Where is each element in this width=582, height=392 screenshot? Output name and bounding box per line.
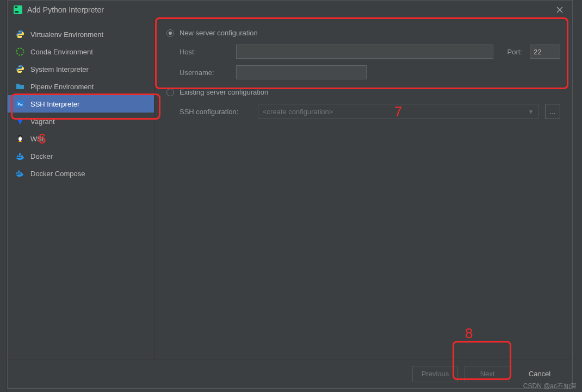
chevron-down-icon: ▼ — [528, 109, 534, 115]
existing-server-radio-row: Existing server configuration — [166, 88, 560, 96]
host-label: Host: — [179, 48, 228, 56]
sidebar-item-virtualenv[interactable]: Virtualenv Environment — [8, 26, 154, 43]
close-button[interactable] — [553, 3, 567, 17]
svg-point-12 — [21, 136, 22, 138]
sidebar-item-label: System Interpreter — [30, 65, 89, 73]
svg-rect-17 — [16, 172, 18, 174]
sidebar-item-docker-compose[interactable]: Docker Compose — [8, 165, 154, 182]
host-row: Host: Port: — [179, 45, 560, 59]
sidebar-item-conda[interactable]: Conda Environment — [8, 43, 154, 60]
sidebar-item-label: Pipenv Environment — [30, 83, 94, 91]
sidebar-item-label: WSL — [30, 135, 46, 143]
pycharm-icon — [13, 5, 23, 15]
sidebar-item-system[interactable]: System Interpreter — [8, 60, 154, 78]
svg-rect-13 — [17, 155, 18, 157]
sidebar-item-wsl[interactable]: WSL — [8, 130, 154, 147]
ide-left-gutter — [0, 0, 7, 392]
cancel-button-label: Cancel — [529, 370, 550, 378]
radio-existing-server-label[interactable]: Existing server configuration — [179, 88, 268, 96]
python-icon — [15, 64, 25, 74]
previous-button: Previous — [412, 366, 458, 382]
username-row: Username: — [179, 65, 560, 79]
sidebar-item-label: Conda Environment — [30, 48, 93, 56]
ssh-config-row: SSH configuration: <create configuration… — [179, 104, 560, 119]
docker-icon — [15, 151, 25, 161]
username-label: Username: — [179, 69, 228, 77]
linux-icon — [15, 134, 25, 144]
main-panel: New server configuration Host: Port: Use… — [154, 19, 572, 359]
dialog-title: Add Python Interpreter — [27, 5, 548, 14]
port-label: Port: — [507, 48, 522, 56]
sidebar: Virtualenv Environment Conda Environment… — [8, 19, 154, 359]
svg-rect-14 — [19, 155, 21, 157]
ssh-config-browse-button[interactable]: ... — [545, 104, 560, 119]
dialog-footer: Previous Next Cancel — [8, 359, 572, 388]
svg-point-11 — [19, 136, 20, 138]
folder-icon — [15, 82, 25, 91]
ssh-icon — [15, 99, 25, 109]
svg-point-7 — [21, 71, 22, 72]
svg-rect-1 — [15, 7, 17, 8]
python-icon — [15, 29, 25, 39]
previous-button-label: Previous — [422, 370, 449, 378]
ellipsis-label: ... — [550, 108, 556, 116]
next-button[interactable]: Next — [465, 366, 510, 382]
sidebar-item-label: Docker Compose — [30, 170, 85, 178]
ssh-config-label: SSH configuration: — [179, 108, 251, 116]
svg-point-4 — [21, 36, 22, 38]
sidebar-item-label: Virtualenv Environment — [30, 30, 103, 39]
svg-point-3 — [18, 31, 20, 32]
svg-rect-15 — [19, 153, 21, 155]
sidebar-item-label: Docker — [30, 152, 53, 160]
port-input[interactable] — [530, 45, 560, 59]
svg-rect-18 — [18, 172, 20, 174]
ssh-config-selected-value: <create configuration> — [263, 108, 333, 116]
radio-new-server[interactable] — [166, 29, 174, 37]
dialog-body: Virtualenv Environment Conda Environment… — [8, 19, 572, 359]
svg-rect-20 — [18, 171, 20, 172]
username-input[interactable] — [236, 65, 367, 79]
cancel-button[interactable]: Cancel — [517, 366, 562, 382]
sidebar-item-vagrant[interactable]: Vagrant — [8, 113, 154, 130]
host-input[interactable] — [236, 45, 493, 59]
sidebar-item-label: Vagrant — [30, 117, 55, 126]
radio-existing-server[interactable] — [166, 89, 174, 96]
add-interpreter-dialog: Add Python Interpreter Virtualenv Enviro… — [7, 0, 573, 389]
titlebar: Add Python Interpreter — [8, 1, 572, 19]
conda-icon — [15, 47, 25, 57]
radio-new-server-label[interactable]: New server configuration — [179, 29, 258, 37]
sidebar-item-ssh[interactable]: SSH Interpreter — [8, 95, 154, 113]
sidebar-item-pipenv[interactable]: Pipenv Environment — [8, 78, 154, 95]
sidebar-item-label: SSH Interpreter — [30, 100, 79, 108]
sidebar-item-docker[interactable]: Docker — [8, 147, 154, 165]
new-server-radio-row: New server configuration — [166, 29, 560, 37]
ssh-config-select[interactable]: <create configuration> ▼ — [258, 104, 538, 119]
svg-point-5 — [17, 48, 24, 55]
svg-rect-2 — [15, 11, 18, 13]
next-button-label: Next — [480, 370, 495, 378]
docker-compose-icon — [15, 169, 25, 178]
svg-point-6 — [18, 66, 20, 67]
vagrant-icon — [15, 116, 25, 126]
